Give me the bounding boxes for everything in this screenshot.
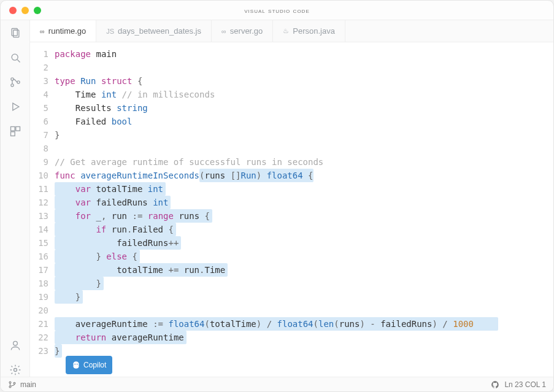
line-number: 17 xyxy=(30,263,55,277)
extensions-icon[interactable] xyxy=(9,125,22,138)
explorer-icon[interactable] xyxy=(9,26,22,40)
svg-rect-1 xyxy=(13,30,18,37)
line-number: 13 xyxy=(30,209,55,223)
tab-server-go[interactable]: ∞server.go xyxy=(212,20,273,42)
code-content[interactable]: } xyxy=(55,128,553,142)
code-content[interactable]: Time int // in milliseconds xyxy=(55,88,553,101)
code-content[interactable]: Results string xyxy=(55,101,553,115)
run-debug-icon[interactable] xyxy=(9,100,22,113)
code-line[interactable]: 21 averageRuntime := float64(totalTime) … xyxy=(30,317,553,331)
file-type-icon: ∞ xyxy=(221,28,226,35)
svg-point-5 xyxy=(10,84,13,86)
code-line[interactable]: 17 totalTime += run.Time xyxy=(30,263,553,277)
code-content[interactable]: } xyxy=(55,277,553,290)
code-line[interactable]: 4 Time int // in milliseconds xyxy=(30,88,553,101)
tab-runtime-go[interactable]: ∞runtime.go xyxy=(30,20,96,42)
code-content[interactable]: } else { xyxy=(55,250,553,263)
line-number: 22 xyxy=(30,331,55,344)
activity-bar xyxy=(1,20,30,377)
tab-label: Person.java xyxy=(293,26,335,36)
tab-label: days_between_dates.js xyxy=(118,26,201,36)
tab-person-java[interactable]: ♨Person.java xyxy=(273,20,345,42)
tab-days-between-dates-js[interactable]: JSdays_between_dates.js xyxy=(96,20,212,42)
code-line[interactable]: 18 } xyxy=(30,277,553,290)
line-number: 8 xyxy=(30,142,55,155)
code-content[interactable]: averageRuntime := float64(totalTime) / f… xyxy=(55,317,553,331)
copilot-label: Copilot xyxy=(83,358,106,372)
code-line[interactable]: 12 var failedRuns int xyxy=(30,196,553,209)
line-number: 1 xyxy=(30,47,55,61)
code-content[interactable]: Failed bool xyxy=(55,115,553,128)
code-content[interactable] xyxy=(55,61,553,74)
code-line[interactable]: 13 for _, run := range runs { xyxy=(30,209,553,223)
code-content[interactable]: return averageRuntime xyxy=(55,331,553,344)
file-type-icon: ∞ xyxy=(40,28,45,35)
code-line[interactable]: 7} xyxy=(30,128,553,142)
code-content[interactable]: for _, run := range runs { xyxy=(55,209,553,223)
svg-rect-9 xyxy=(15,127,20,131)
tab-label: runtime.go xyxy=(48,26,86,36)
line-number: 11 xyxy=(30,182,55,196)
status-bar: main Ln 23 COL 1 xyxy=(1,377,553,391)
accounts-icon[interactable] xyxy=(9,339,22,352)
line-number: 12 xyxy=(30,196,55,209)
code-line[interactable]: 16 } else { xyxy=(30,250,553,263)
code-line[interactable]: 22 return averageRuntime xyxy=(30,331,553,344)
code-content[interactable]: } xyxy=(55,290,553,304)
code-content[interactable]: func averageRuntimeInSeconds(runs []Run)… xyxy=(55,169,553,182)
code-content[interactable] xyxy=(55,304,553,317)
code-line[interactable]: 1package main xyxy=(30,47,553,61)
cursor-position[interactable]: Ln 23 COL 1 xyxy=(504,380,546,389)
line-number: 18 xyxy=(30,277,55,290)
code-content[interactable]: } xyxy=(55,344,553,358)
code-line[interactable]: 2 xyxy=(30,61,553,74)
code-content[interactable]: totalTime += run.Time xyxy=(55,263,553,277)
code-line[interactable]: 5 Results string xyxy=(30,101,553,115)
line-number: 23 xyxy=(30,344,55,358)
copilot-button[interactable]: Copilot xyxy=(66,356,112,374)
code-line[interactable]: 14 if run.Failed { xyxy=(30,223,553,236)
code-content[interactable]: type Run struct { xyxy=(55,74,553,88)
source-control-icon[interactable] xyxy=(9,75,22,89)
code-line[interactable]: 3type Run struct { xyxy=(30,74,553,88)
code-content[interactable]: if run.Failed { xyxy=(55,223,553,236)
svg-point-4 xyxy=(10,78,13,80)
code-content[interactable]: var totalTime int xyxy=(55,182,553,196)
svg-point-13 xyxy=(9,382,11,383)
line-number: 16 xyxy=(30,250,55,263)
code-line[interactable]: 9// Get average runtime of successful ru… xyxy=(30,155,553,169)
code-line[interactable]: 19 } xyxy=(30,290,553,304)
line-number: 2 xyxy=(30,61,55,74)
file-type-icon: JS xyxy=(106,28,114,35)
code-content[interactable]: failedRuns++ xyxy=(55,236,553,250)
code-content[interactable]: package main xyxy=(55,47,553,61)
code-line[interactable]: 8 xyxy=(30,142,553,155)
line-number: 4 xyxy=(30,88,55,101)
code-line[interactable]: 20 xyxy=(30,304,553,317)
code-line[interactable]: 10func averageRuntimeInSeconds(runs []Ru… xyxy=(30,169,553,182)
svg-point-2 xyxy=(12,54,18,60)
settings-gear-icon[interactable] xyxy=(9,363,22,377)
line-number: 20 xyxy=(30,304,55,317)
search-icon[interactable] xyxy=(9,51,22,64)
svg-rect-0 xyxy=(12,29,17,36)
svg-point-12 xyxy=(13,369,17,372)
code-line[interactable]: 6 Failed bool xyxy=(30,115,553,128)
line-number: 15 xyxy=(30,236,55,250)
line-number: 3 xyxy=(30,74,55,88)
code-content[interactable] xyxy=(55,142,553,155)
file-type-icon: ♨ xyxy=(283,27,289,35)
code-content[interactable]: // Get average runtime of successful run… xyxy=(55,155,553,169)
line-number: 19 xyxy=(30,290,55,304)
git-branch-name[interactable]: main xyxy=(20,380,36,389)
editor-area: ∞runtime.goJSdays_between_dates.js∞serve… xyxy=(30,20,553,377)
svg-point-14 xyxy=(9,386,11,388)
line-number: 10 xyxy=(30,169,55,182)
github-icon[interactable] xyxy=(491,380,499,389)
code-editor[interactable]: 1package main23type Run struct {4 Time i… xyxy=(30,42,553,377)
code-line[interactable]: 11 var totalTime int xyxy=(30,182,553,196)
code-content[interactable]: var failedRuns int xyxy=(55,196,553,209)
code-line[interactable]: 15 failedRuns++ xyxy=(30,236,553,250)
line-number: 5 xyxy=(30,101,55,115)
title-bar: VISUAL STUDIO CODE xyxy=(1,1,553,20)
